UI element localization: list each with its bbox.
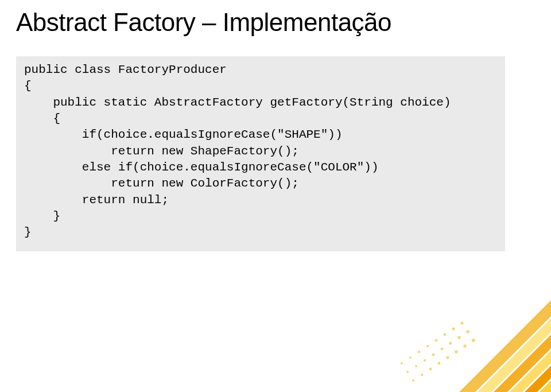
svg-marker-26: [494, 335, 551, 392]
svg-point-12: [441, 348, 444, 351]
svg-point-0: [401, 362, 403, 364]
svg-point-1: [409, 356, 412, 359]
code-line: {: [24, 112, 60, 125]
code-line: public static AbstractFactory getFactory…: [24, 96, 451, 109]
svg-point-9: [415, 365, 417, 367]
svg-point-16: [412, 379, 414, 382]
svg-point-11: [432, 354, 435, 356]
code-content: public class FactoryProducer { public st…: [24, 62, 497, 241]
svg-point-10: [424, 359, 426, 362]
svg-marker-25: [478, 319, 551, 392]
svg-point-17: [421, 374, 423, 376]
svg-marker-28: [525, 366, 551, 392]
code-block: public class FactoryProducer { public st…: [16, 56, 505, 251]
svg-point-14: [457, 336, 461, 339]
slide: Abstract Factory – Implementação public …: [0, 0, 551, 392]
svg-point-2: [418, 351, 420, 353]
svg-point-5: [444, 333, 447, 336]
svg-point-13: [449, 341, 452, 344]
slide-title: Abstract Factory – Implementação: [16, 8, 391, 37]
code-line: public class FactoryProducer: [24, 63, 227, 76]
svg-point-6: [452, 327, 455, 330]
code-line: else if(choice.equalsIgnoreCase("COLOR")…: [24, 161, 379, 174]
svg-point-20: [446, 356, 449, 359]
svg-marker-24: [459, 300, 551, 392]
svg-point-21: [455, 350, 458, 354]
svg-point-4: [435, 339, 438, 342]
svg-point-23: [472, 339, 475, 342]
svg-point-18: [429, 368, 432, 371]
code-line: return null;: [24, 193, 169, 207]
svg-marker-29: [540, 381, 551, 392]
code-line: if(choice.equalsIgnoreCase("SHAPE")): [24, 128, 343, 141]
code-line: return new ShapeFactory();: [24, 145, 299, 158]
svg-point-22: [463, 344, 467, 348]
code-line: return new ColorFactory();: [24, 177, 299, 190]
svg-point-7: [460, 321, 463, 324]
code-line: {: [24, 79, 32, 92]
svg-point-3: [426, 345, 429, 347]
svg-point-15: [466, 330, 469, 333]
svg-marker-27: [510, 351, 551, 392]
svg-point-8: [406, 371, 409, 373]
code-line: }: [24, 209, 60, 223]
code-line: }: [24, 226, 32, 239]
svg-point-19: [438, 362, 441, 365]
